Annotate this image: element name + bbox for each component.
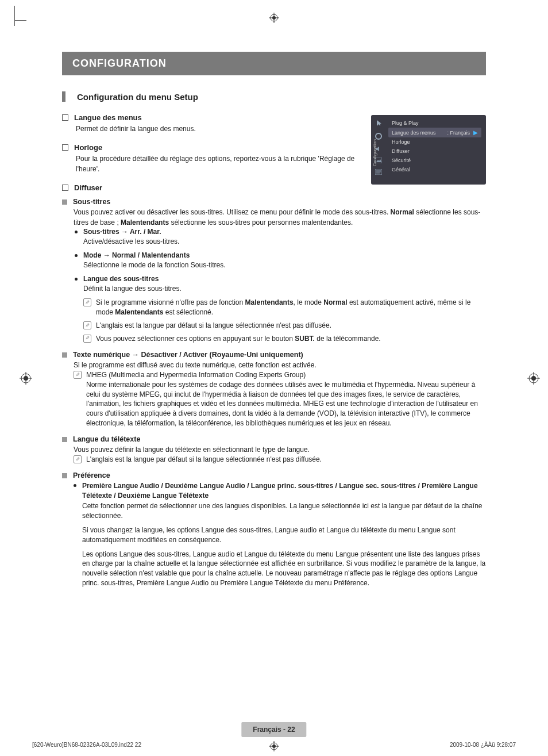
note-item: Vous pouvez sélectionner ces options en … [83,334,486,344]
bullet-desc: Active/désactive les sous-titres. [83,237,486,247]
registration-mark-icon [269,13,279,23]
footer-timestamp: 2009-10-08 ¿ÀÀü 9:28:07 [450,742,516,748]
text: Vous pouvez activer ou désactiver les so… [74,208,391,216]
bullet-title: Première Langue Audio / Deuxième Langue … [82,481,486,501]
osd-item: Plug & Play [388,118,481,128]
bullet-item: Première Langue Audio / Deuxième Langue … [74,481,486,501]
note-item: MHEG (Multimedia and Hypermedia Informat… [74,370,486,428]
note-icon [83,298,91,306]
osd-item: Diffuser [388,147,481,156]
note-heading: MHEG (Multimedia and Hypermedia Informat… [86,371,306,379]
osd-item: Horloge [388,137,481,147]
dot-icon [74,484,76,487]
sub-body: Vous pouvez activer ou désactiver les so… [74,208,486,228]
svg-point-15 [272,745,276,748]
text-bold: Normal [391,208,414,216]
section-header: CONFIGURATION [62,52,486,75]
note-text: L'anglais est la langue par défaut si la… [96,321,331,331]
crop-mark [14,6,26,26]
svg-point-3 [272,16,276,20]
osd-item-label: Diffuser [392,148,410,154]
small-square-icon [62,473,67,478]
square-bullet-icon [62,185,68,191]
small-square-icon [62,199,67,205]
bullet-desc: Sélectionne le mode de la fonction Sous-… [83,260,486,270]
sub-body: Vous pouvez définir la langue du télétex… [74,445,486,455]
svg-point-17 [378,136,380,137]
section-subtitle: Configuration du menu Setup [62,91,486,102]
svg-point-7 [24,376,28,381]
note-text: MHEG (Multimedia and Hypermedia Informat… [86,370,486,428]
osd-item-selected: Langue des menus : Français ▶ [388,128,481,137]
osd-side-label: Configuration [372,139,377,167]
osd-item-label: Plug & Play [392,120,419,126]
footer-language-page: Français - 22 [241,722,306,737]
bullet-item: Mode → Normal / Malentendants [75,251,486,259]
item-desc: Permet de définir la langue des menus. [76,124,357,134]
osd-item-label: Général [392,167,410,172]
text-bold: Malentendants [121,218,169,227]
item-desc: Pour la procédure détaillée du réglage d… [76,154,357,174]
paragraph: Si vous changez la langue, les options L… [82,525,486,545]
small-square-icon [62,352,67,358]
note-item: L'anglais est la langue par défaut si la… [74,455,486,465]
sub-body: Si le programme est diffusé avec du text… [74,360,486,370]
sub-heading: Langue du télétexte [73,435,140,443]
bullet-title: Mode → Normal / Malentendants [83,251,190,259]
bullet-item: Langue des sous-titres [75,275,486,283]
item-title: Horloge [74,143,102,152]
note-icon [74,455,82,463]
bullet-title: Sous-titres → Arr. / Mar. [83,228,161,236]
paragraph: Cette fonction permet de sélectionner un… [82,501,486,521]
registration-mark-icon [20,372,32,385]
item-title: Diffuser [74,183,102,192]
mouse-icon [375,120,382,126]
dot-icon [75,278,78,281]
dot-icon [75,254,78,257]
bullet-title: Langue des sous-titres [83,275,159,283]
paragraph: Les options Langue des sous-titres, Lang… [82,550,486,588]
square-bullet-icon [62,114,68,121]
osd-item-label: Langue des menus [392,130,436,136]
osd-item: Sécurité [388,156,481,165]
bullet-desc: Définit la langue des sous-titres. [83,284,486,294]
sub-item-preference: Préférence Première Langue Audio / Deuxi… [62,471,486,588]
note-text: L'anglais est la langue par défaut si la… [86,455,322,465]
sub-heading: Sous-titres [73,198,110,206]
text-icon [375,169,382,175]
registration-mark-icon [527,372,540,385]
menu-item-diffuser: Diffuser [62,183,486,192]
note-icon [83,335,91,343]
osd-item-label: Horloge [392,139,410,145]
note-item: L'anglais est la langue par défaut si la… [83,321,486,331]
item-title: Langue des menus [74,113,142,122]
note-icon [74,371,82,379]
small-square-icon [62,437,67,442]
registration-mark-icon [269,741,279,751]
dot-icon [75,231,78,233]
text: sélectionne les sous-titres pour personn… [169,218,353,227]
note-body: Norme internationale pour les systèmes d… [86,381,478,427]
note-text: Vous pouvez sélectionner ces options en … [96,334,381,344]
footer-file-info: [620-Weuro]BN68-02326A-03L09.ind22 22 [32,742,141,748]
arrow-right-icon: ▶ [473,129,478,136]
osd-item: Général [388,165,481,174]
svg-point-11 [531,376,536,381]
osd-item-value: : Français [447,130,470,136]
osd-menu-preview: Configuration Plug & Play Langue des men… [371,115,486,185]
sub-item-texte-numerique: Texte numérique → Désactiver / Activer (… [62,351,486,428]
subtitle-text: Configuration du menu Setup [77,92,198,102]
note-item: Si le programme visionné n'offre pas de … [83,298,486,317]
subtitle-accent [62,91,65,102]
square-bullet-icon [62,144,68,151]
sub-item-teletexte: Langue du télétexte Vous pouvez définir … [62,435,486,465]
osd-item-label: Sécurité [392,158,411,163]
note-icon [83,321,91,329]
sub-heading: Texte numérique → Désactiver / Activer (… [73,351,303,359]
bullet-item: Sous-titres → Arr. / Mar. [75,228,486,236]
sub-item-sous-titres: Sous-titres Vous pouvez activer ou désac… [62,198,486,343]
note-text: Si le programme visionné n'offre pas de … [96,298,486,317]
sub-heading: Préférence [73,471,110,479]
